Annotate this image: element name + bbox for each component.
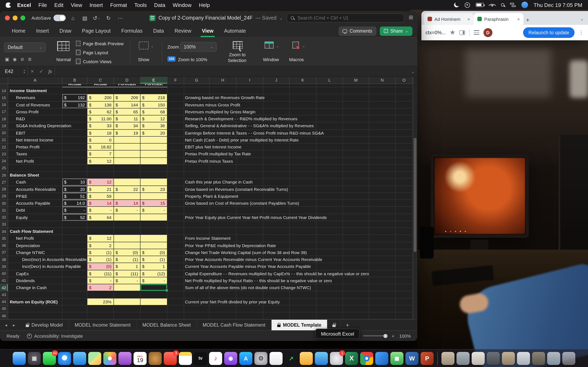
cell-O18[interactable]	[396, 115, 413, 123]
sheet-tab-model-income-statement[interactable]: MODEL Income Statement	[69, 320, 137, 330]
cell-G44[interactable]	[184, 298, 209, 305]
cell-I33[interactable]	[236, 221, 263, 228]
row-header-13[interactable]	[0, 84, 8, 87]
cell-G32[interactable]	[184, 214, 209, 221]
cell-F20[interactable]	[167, 129, 184, 137]
cell-J19[interactable]	[263, 123, 290, 130]
cell-O13[interactable]	[396, 84, 413, 87]
cell-H39[interactable]	[209, 263, 236, 270]
cell-O20[interactable]	[396, 129, 413, 137]
cell-G13[interactable]	[184, 84, 209, 87]
cell-L43[interactable]	[316, 291, 343, 299]
cell-E18[interactable]: $12	[140, 115, 167, 123]
cell-O28[interactable]	[396, 186, 413, 193]
cell-N33[interactable]	[369, 221, 396, 228]
row-header-38[interactable]: 38	[0, 256, 8, 263]
cell-L23[interactable]	[316, 151, 343, 158]
cell-I13[interactable]	[236, 84, 263, 87]
ribbon-tab-page-layout[interactable]: Page Layout	[77, 25, 116, 37]
cell-J32[interactable]	[263, 214, 290, 221]
cell-A44[interactable]: Return on Equity (ROE)	[8, 298, 62, 305]
cell-G43[interactable]	[184, 291, 209, 299]
cell-G33[interactable]	[184, 221, 209, 228]
cell-I41[interactable]	[236, 277, 263, 284]
cell-I21[interactable]	[236, 137, 263, 144]
cell-E37[interactable]: $(0)	[140, 249, 167, 256]
cell-I44[interactable]	[236, 298, 263, 305]
tab-search-chevron-icon[interactable]: ⌄	[580, 16, 584, 22]
cell-H28[interactable]	[209, 186, 236, 193]
cell-N35[interactable]	[369, 235, 396, 242]
cell-N46[interactable]	[369, 312, 396, 319]
cell-M27[interactable]	[343, 179, 369, 186]
normal-view-button[interactable]: Normal	[56, 57, 71, 62]
cell-N26[interactable]	[369, 172, 396, 179]
dock-settings[interactable]: ⚙	[254, 352, 268, 365]
minimize-button[interactable]	[13, 16, 17, 20]
cell-M30[interactable]	[343, 200, 369, 207]
cell-E15[interactable]: $218	[140, 94, 167, 101]
cell-H14[interactable]	[209, 87, 236, 94]
zoom-value-select[interactable]: 100%⌄	[180, 42, 217, 52]
column-header-L[interactable]: L	[316, 77, 343, 84]
cell-M13[interactable]	[343, 84, 369, 87]
cell-C19[interactable]: $33	[87, 123, 114, 130]
cell-G45[interactable]	[184, 305, 209, 313]
cell-B44[interactable]	[62, 298, 87, 305]
cell-O36[interactable]	[396, 242, 413, 249]
cell-I39[interactable]	[236, 263, 263, 270]
column-header-G[interactable]: G	[184, 77, 209, 84]
vertical-scrollbar[interactable]	[413, 77, 417, 319]
cell-N29[interactable]	[369, 193, 396, 200]
cell-K22[interactable]	[290, 143, 316, 151]
cell-B17[interactable]	[62, 108, 87, 116]
cell-N17[interactable]	[369, 108, 396, 116]
cell-L45[interactable]	[316, 305, 343, 313]
cell-C44[interactable]: 23%	[87, 298, 114, 305]
cell-E32[interactable]	[140, 214, 167, 221]
cell-A39[interactable]: Incr(Decr) in Accounts Payable	[8, 263, 62, 270]
cell-L13[interactable]	[316, 84, 343, 87]
cell-J23[interactable]	[263, 151, 290, 158]
show-button[interactable]: Show	[138, 57, 149, 62]
cell-G14[interactable]	[184, 87, 209, 94]
row-header-36[interactable]: 36	[0, 242, 8, 249]
cell-N23[interactable]	[369, 151, 396, 158]
cell-G42[interactable]	[184, 284, 209, 291]
cell-D28[interactable]: $22	[114, 186, 140, 193]
cell-M26[interactable]	[343, 172, 369, 179]
cell-C46[interactable]	[87, 312, 114, 319]
cell-N27[interactable]	[369, 179, 396, 186]
cell-C26[interactable]	[87, 172, 114, 179]
omnibox-url-tail[interactable]: ctx=0%...	[425, 30, 446, 35]
more-commands-icon[interactable]: ⋯	[116, 14, 125, 22]
cell-F37[interactable]	[167, 249, 184, 256]
cell-J44[interactable]	[263, 298, 290, 305]
share-button[interactable]: ↑ Share ⌄	[380, 26, 412, 36]
custom-views-button[interactable]: Custom Views	[76, 59, 112, 64]
row-header-29[interactable]: 29	[0, 193, 8, 200]
cell-F13[interactable]	[167, 84, 184, 87]
cell-L34[interactable]	[316, 228, 343, 235]
cell-J22[interactable]	[263, 143, 290, 151]
row-header-44[interactable]: 44	[0, 298, 8, 305]
cell-I31[interactable]	[236, 207, 263, 214]
cell-E28[interactable]: $23	[140, 186, 167, 193]
cell-F25[interactable]	[167, 165, 184, 172]
cell-E31[interactable]: $-	[140, 207, 167, 214]
dock-app-white[interactable]	[269, 352, 283, 365]
dock-excel[interactable]: X	[345, 352, 358, 365]
cell-B41[interactable]	[62, 277, 87, 284]
cell-K40[interactable]	[290, 270, 316, 277]
cell-D43[interactable]	[114, 291, 140, 299]
search-input[interactable]	[297, 15, 400, 21]
cell-B16[interactable]: $132	[62, 101, 87, 108]
wifi-icon[interactable]	[490, 3, 495, 7]
cell-E24[interactable]	[140, 158, 167, 165]
cell-J17[interactable]	[263, 108, 290, 116]
cell-H16[interactable]	[209, 101, 236, 108]
cell-I40[interactable]	[236, 270, 263, 277]
cell-B27[interactable]: $10	[62, 179, 87, 186]
cell-E43[interactable]	[140, 291, 167, 299]
menu-format[interactable]: Format	[107, 2, 131, 8]
